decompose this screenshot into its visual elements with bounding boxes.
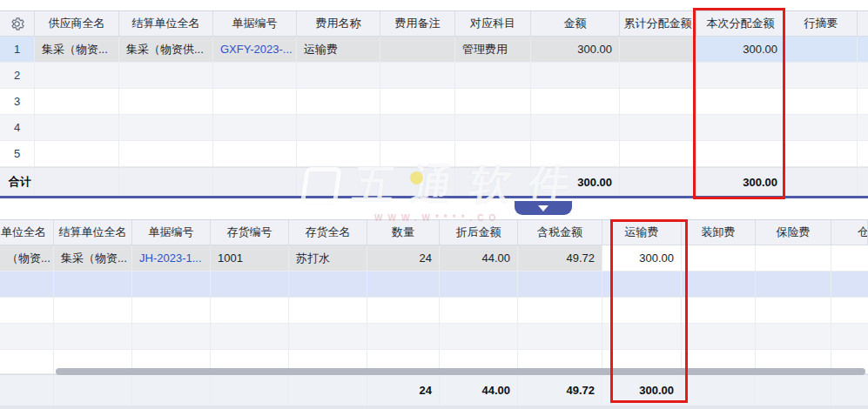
cell[interactable]: [0, 350, 54, 373]
col-header-discounted[interactable]: 折后金额: [440, 220, 518, 245]
cell[interactable]: [518, 324, 602, 349]
col-header-account[interactable]: 对应科目: [455, 11, 531, 36]
col-header-qty[interactable]: 数量: [367, 220, 440, 245]
cell-amount[interactable]: [531, 115, 620, 140]
cell-settlement[interactable]: [119, 141, 213, 166]
cell[interactable]: [756, 324, 831, 349]
col-header-fee-note[interactable]: 费用备注: [380, 11, 455, 36]
cell-account[interactable]: [455, 89, 531, 114]
row-number[interactable]: 1: [0, 37, 35, 62]
cell-fee-name[interactable]: [297, 89, 380, 114]
cell-allocated-now[interactable]: [696, 63, 785, 88]
cell-fee-note[interactable]: [380, 63, 455, 88]
collapse-panel-button[interactable]: [515, 201, 572, 215]
cell-row-summary[interactable]: [785, 89, 858, 114]
cell[interactable]: [440, 324, 518, 349]
cell-fee-name[interactable]: [297, 141, 380, 166]
cell-supplier[interactable]: [35, 141, 119, 166]
cell[interactable]: [289, 298, 367, 323]
cell[interactable]: [0, 298, 54, 323]
cell-settlement[interactable]: 集采（物资供...: [119, 37, 213, 62]
cell-doc-no[interactable]: [213, 141, 297, 166]
cell-allocated-total[interactable]: [620, 89, 696, 114]
cell-fee-note[interactable]: [380, 37, 455, 62]
cell-doc-no[interactable]: [213, 115, 297, 140]
cell[interactable]: [602, 324, 682, 349]
cell-doc-no[interactable]: [213, 63, 297, 88]
cell-amount[interactable]: [531, 63, 620, 88]
cell[interactable]: [132, 298, 211, 323]
col-header-supplier-unit[interactable]: 单位全名: [0, 220, 54, 245]
cell[interactable]: [518, 272, 602, 297]
cell-doc-no-link[interactable]: GXFY-2023-...: [213, 37, 297, 62]
cell[interactable]: [682, 272, 756, 297]
cell-supplier-unit[interactable]: （物资...: [0, 245, 54, 271]
cell-fee-note[interactable]: [380, 115, 455, 140]
cell[interactable]: [756, 298, 831, 323]
cell[interactable]: [54, 272, 132, 297]
cell-inv-name[interactable]: 苏打水: [289, 245, 367, 271]
cell-amount[interactable]: [531, 89, 620, 114]
cell-allocated-total[interactable]: [620, 63, 696, 88]
cell-allocated-total[interactable]: [620, 37, 696, 62]
cell-amount[interactable]: 300.00: [531, 37, 620, 62]
col-header-row-summary[interactable]: 行摘要: [785, 11, 858, 36]
cell-row-summary[interactable]: [785, 141, 858, 166]
doc-no-link[interactable]: JH-2023-1...: [139, 251, 202, 265]
cell[interactable]: [211, 298, 289, 323]
cell-account[interactable]: [455, 141, 531, 166]
cell[interactable]: [367, 272, 440, 297]
cell[interactable]: [54, 324, 132, 349]
cell-supplier[interactable]: 集采（物资...: [35, 37, 119, 62]
cell[interactable]: [367, 324, 440, 349]
cell-settlement[interactable]: 集采（物资...: [54, 245, 132, 271]
cell-insurance-fee[interactable]: [756, 245, 831, 271]
cell[interactable]: [440, 298, 518, 323]
col-header-fee-name[interactable]: 费用名称: [297, 11, 380, 36]
col-header-inv-name[interactable]: 存货全名: [289, 220, 367, 245]
cell[interactable]: [289, 324, 367, 349]
col-header-insurance-fee[interactable]: 保险费: [756, 220, 831, 245]
cell-allocated-now[interactable]: [696, 141, 785, 166]
cell-doc-no-link[interactable]: JH-2023-1...: [132, 245, 211, 271]
cell-amount[interactable]: [531, 141, 620, 166]
cell[interactable]: [0, 324, 54, 349]
cell-fee-name[interactable]: [297, 63, 380, 88]
horizontal-scrollbar[interactable]: [56, 368, 865, 375]
cell-supplier[interactable]: [35, 115, 119, 140]
cell-account[interactable]: [455, 63, 531, 88]
cell-fee-note[interactable]: [380, 141, 455, 166]
row-number[interactable]: 4: [0, 115, 35, 140]
cell[interactable]: [602, 272, 682, 297]
col-header-doc-no[interactable]: 单据编号: [213, 11, 297, 36]
cell[interactable]: [211, 324, 289, 349]
col-header-allocated-now[interactable]: 本次分配金额: [696, 11, 785, 36]
col-header-doc-no[interactable]: 单据编号: [132, 220, 211, 245]
cell-row-summary[interactable]: [785, 63, 858, 88]
cell[interactable]: [367, 298, 440, 323]
row-number[interactable]: 2: [0, 63, 35, 88]
cell-supplier[interactable]: [35, 63, 119, 88]
col-header-supplier[interactable]: 供应商全名: [35, 11, 119, 36]
col-header-loading-fee[interactable]: 装卸费: [682, 220, 756, 245]
cell-settlement[interactable]: [119, 115, 213, 140]
cell[interactable]: [0, 272, 54, 297]
cell[interactable]: [132, 272, 211, 297]
row-number[interactable]: 3: [0, 89, 35, 114]
cell-transport-fee[interactable]: 300.00: [602, 245, 682, 271]
cell[interactable]: [54, 298, 132, 323]
cell[interactable]: [518, 298, 602, 323]
col-header-tax-included[interactable]: 含税金额: [518, 220, 602, 245]
cell-allocated-total[interactable]: [620, 141, 696, 166]
cell[interactable]: [602, 298, 682, 323]
cell-row-summary[interactable]: [785, 115, 858, 140]
cell-tax-included[interactable]: 49.72: [518, 245, 602, 271]
cell-qty[interactable]: 24: [367, 245, 440, 271]
cell[interactable]: [440, 272, 518, 297]
col-header-settlement[interactable]: 结算单位全名: [119, 11, 213, 36]
col-header-amount[interactable]: 金额: [531, 11, 620, 36]
cell-doc-no[interactable]: [213, 89, 297, 114]
cell-fee-name[interactable]: 运输费: [297, 37, 380, 62]
cell[interactable]: [289, 272, 367, 297]
cell-discounted[interactable]: 44.00: [440, 245, 518, 271]
